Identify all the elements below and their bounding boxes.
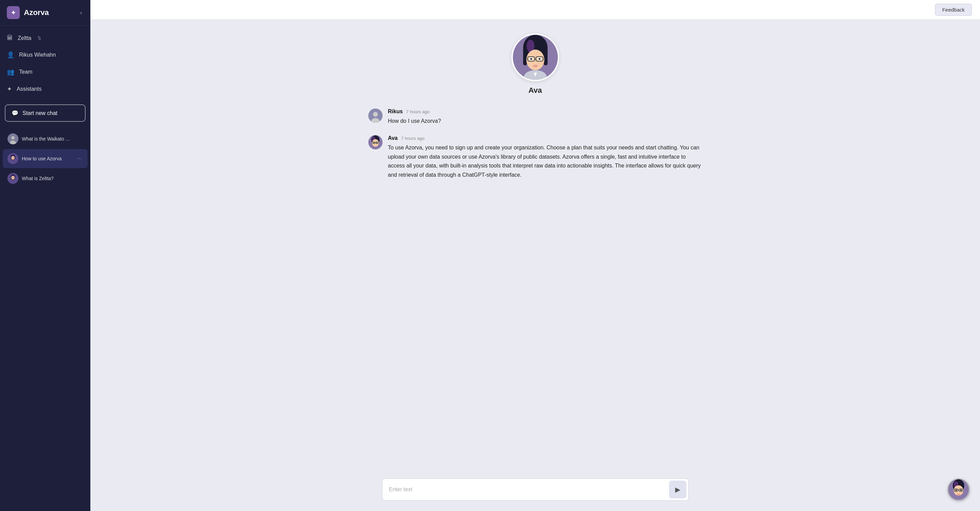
- messages-list: Rikus 7 hours ago How do I use Azorva?: [348, 108, 723, 180]
- chat-item-label: What is the Waikato Wellbeing project?: [22, 136, 72, 142]
- chat-history-item[interactable]: What is Zeltta? ···: [3, 169, 88, 188]
- person-icon: 👤: [7, 51, 14, 59]
- svg-point-34: [373, 112, 378, 117]
- logo-icon: ✦: [11, 8, 16, 17]
- chat-input[interactable]: [382, 480, 667, 499]
- message-content: Rikus 7 hours ago How do I use Azorva?: [388, 108, 702, 126]
- svg-point-54: [956, 493, 960, 496]
- rikus-label: Rikus Wiehahn: [19, 52, 56, 58]
- topbar: Feedback: [91, 0, 980, 20]
- send-button[interactable]: ▶: [669, 481, 686, 498]
- app-name: Azorva: [24, 8, 49, 17]
- message-time: 7 hours ago: [406, 109, 430, 114]
- feedback-button[interactable]: Feedback: [935, 4, 972, 16]
- svg-point-43: [373, 142, 374, 143]
- message-author: Rikus: [388, 108, 403, 115]
- sort-icon: ⇅: [38, 35, 41, 41]
- svg-point-52: [955, 490, 957, 491]
- send-icon: ▶: [675, 486, 680, 493]
- message-header: Ava 7 hours ago: [388, 135, 702, 141]
- team-label: Team: [19, 69, 32, 75]
- message-text: How do I use Azorva?: [388, 117, 702, 126]
- sidebar-item-team[interactable]: 👥 Team: [0, 64, 91, 81]
- start-new-chat-label: Start new chat: [22, 110, 57, 116]
- chat-history-item[interactable]: How to use Azorva ···: [3, 149, 88, 168]
- message-text: To use Azorva, you need to sign up and c…: [388, 143, 702, 180]
- sidebar-item-zeltta[interactable]: 🏛 Zeltta ⇅: [0, 30, 91, 46]
- sidebar-header: ✦ Azorva ‹: [0, 0, 91, 25]
- app-logo: ✦: [7, 6, 20, 19]
- main-content: Feedback: [91, 0, 980, 511]
- zeltta-label: Zeltta: [18, 35, 31, 41]
- svg-point-6: [11, 156, 15, 160]
- svg-point-14: [13, 177, 14, 178]
- assistant-intro: Ava: [91, 33, 980, 95]
- svg-point-27: [530, 58, 532, 60]
- input-area: ▶: [91, 471, 980, 511]
- chat-item-label: What is Zeltta?: [22, 175, 72, 181]
- svg-point-7: [12, 158, 13, 158]
- sidebar-item-assistants[interactable]: ✦ Assistants: [0, 81, 91, 97]
- avatar: [368, 135, 383, 150]
- message-header: Rikus 7 hours ago: [388, 108, 702, 115]
- chat-icon: 💬: [11, 110, 18, 116]
- svg-point-44: [377, 142, 377, 143]
- input-wrapper: ▶: [382, 478, 689, 501]
- logo-area: ✦ Azorva: [7, 6, 49, 19]
- chat-item-label: How to use Azorva: [22, 156, 72, 162]
- message-time: 7 hours ago: [401, 136, 425, 141]
- chat-history-item[interactable]: What is the Waikato Wellbeing project? ·…: [3, 129, 88, 148]
- building-icon: 🏛: [7, 35, 13, 41]
- message-row: Ava 7 hours ago To use Azorva, you need …: [368, 135, 702, 180]
- svg-point-8: [13, 158, 14, 158]
- chat-history-list: What is the Waikato Wellbeing project? ·…: [0, 127, 91, 511]
- svg-point-53: [960, 490, 962, 491]
- collapse-sidebar-button[interactable]: ‹: [79, 8, 84, 18]
- sidebar-item-rikus[interactable]: 👤 Rikus Wiehahn: [0, 46, 91, 64]
- assistant-avatar-large: [511, 33, 559, 81]
- chat-area: Ava Rikus 7 hours ago How do I: [91, 20, 980, 471]
- assistant-icon: ✦: [7, 85, 12, 93]
- svg-point-1: [11, 136, 15, 140]
- avatar: [8, 153, 18, 164]
- message-row: Rikus 7 hours ago How do I use Azorva?: [368, 108, 702, 126]
- svg-rect-17: [523, 48, 527, 65]
- message-content: Ava 7 hours ago To use Azorva, you need …: [388, 135, 702, 180]
- svg-point-12: [11, 176, 15, 180]
- message-author: Ava: [388, 135, 398, 141]
- sidebar-nav: 🏛 Zeltta ⇅ 👤 Rikus Wiehahn 👥 Team ✦ Assi…: [0, 25, 91, 102]
- avatar: [368, 108, 383, 123]
- team-icon: 👥: [7, 68, 14, 76]
- floating-assistant-avatar[interactable]: [948, 479, 970, 501]
- assistant-name: Ava: [528, 86, 542, 95]
- start-new-chat-button[interactable]: 💬 Start new chat: [5, 104, 86, 122]
- assistants-label: Assistants: [17, 86, 41, 92]
- svg-point-30: [533, 65, 538, 68]
- avatar: [8, 134, 18, 144]
- avatar: [8, 173, 18, 184]
- chat-more-button[interactable]: ···: [76, 155, 83, 162]
- svg-rect-18: [544, 48, 547, 65]
- sidebar: ✦ Azorva ‹ 🏛 Zeltta ⇅ 👤 Rikus Wiehahn 👥 …: [0, 0, 91, 511]
- svg-point-13: [12, 177, 13, 178]
- svg-point-29: [538, 58, 541, 60]
